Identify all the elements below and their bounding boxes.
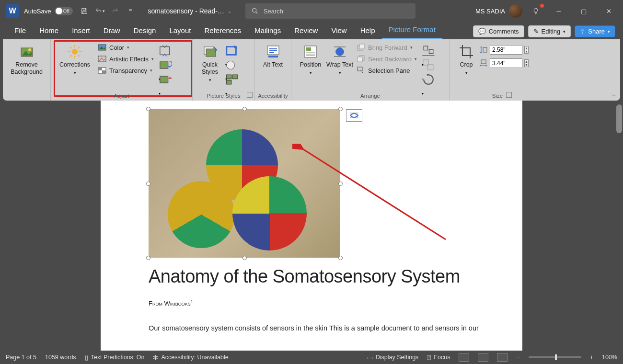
bring-forward-button[interactable]: Bring Forward▾: [357, 43, 417, 52]
tab-file[interactable]: File: [8, 23, 33, 39]
lightbulb-icon[interactable]: [530, 5, 542, 17]
tab-references[interactable]: References: [197, 23, 248, 39]
height-input[interactable]: [490, 45, 522, 55]
svg-rect-46: [358, 67, 362, 71]
save-icon[interactable]: [78, 5, 91, 17]
svg-rect-18: [102, 70, 106, 73]
comments-button[interactable]: 💬 Comments: [473, 25, 524, 37]
height-field[interactable]: ▲▼: [479, 45, 529, 55]
resize-handle[interactable]: [242, 107, 247, 111]
document-stage: Anatomy of the Somatosensory System From…: [0, 101, 623, 351]
tab-home[interactable]: Home: [33, 23, 65, 39]
undo-icon[interactable]: ▾: [93, 5, 106, 17]
maximize-button[interactable]: ▢: [574, 4, 593, 18]
word-count[interactable]: 1059 words: [45, 354, 76, 361]
tab-view[interactable]: View: [324, 23, 353, 39]
text-predictions-status[interactable]: ▯ Text Predictions: On: [85, 354, 145, 361]
zoom-in-button[interactable]: +: [590, 354, 593, 361]
alt-text-button[interactable]: Alt Text: [259, 41, 287, 68]
width-input[interactable]: [490, 58, 522, 68]
selection-pane-button[interactable]: Selection Pane: [357, 66, 417, 75]
resize-handle[interactable]: [146, 107, 150, 111]
document-body-text: Our somatosensory system consists of sen…: [149, 323, 499, 334]
read-mode-icon[interactable]: [459, 353, 469, 362]
minimize-button[interactable]: ─: [549, 4, 568, 18]
rotate-icon[interactable]: ▾: [422, 73, 435, 83]
tab-review[interactable]: Review: [288, 23, 324, 39]
qat-more-icon[interactable]: ⁼: [124, 5, 137, 17]
print-layout-icon[interactable]: [478, 353, 488, 362]
crop-button[interactable]: Crop▾: [453, 41, 479, 76]
picture-layout-icon[interactable]: ▾: [225, 73, 239, 83]
autosave-toggle[interactable]: AutoSave Off: [24, 7, 73, 15]
change-picture-icon[interactable]: ▾: [159, 58, 172, 69]
remove-background-button[interactable]: Remove Background: [7, 41, 46, 76]
title-bar: W AutoSave Off ▾ ⁼ somatosensory - Read-…: [0, 0, 623, 22]
corrections-button[interactable]: Corrections▾: [55, 41, 95, 76]
share-button[interactable]: ⇪ Share ▾: [575, 25, 615, 37]
display-settings[interactable]: ▭ Display Settings: [367, 354, 419, 361]
size-launcher[interactable]: [506, 92, 512, 98]
tab-help[interactable]: Help: [354, 23, 382, 39]
resize-handle[interactable]: [338, 256, 343, 260]
color-button[interactable]: Color▾: [98, 43, 154, 52]
svg-rect-34: [268, 56, 278, 57]
color-icon: [98, 43, 106, 52]
resize-handle[interactable]: [242, 256, 247, 260]
alt-text-icon: [265, 44, 281, 59]
picture-styles-launcher[interactable]: [247, 92, 253, 98]
wrap-text-button[interactable]: Wrap Text▾: [326, 41, 354, 76]
search-input[interactable]: Search: [245, 3, 415, 19]
quick-styles-button[interactable]: Quick Styles▾: [196, 41, 223, 83]
width-spinner[interactable]: ▲▼: [524, 59, 529, 67]
page-indicator[interactable]: Page 1 of 5: [6, 354, 36, 361]
tab-mailings[interactable]: Mailings: [248, 23, 288, 39]
tab-picture-format[interactable]: Picture Format: [382, 22, 442, 39]
resize-handle[interactable]: [338, 107, 343, 111]
compress-pictures-icon[interactable]: [159, 44, 172, 55]
position-button[interactable]: Position▾: [295, 41, 326, 76]
transparency-icon: [98, 66, 106, 75]
redo-icon[interactable]: [109, 5, 121, 17]
zoom-slider[interactable]: [529, 356, 581, 358]
tab-draw[interactable]: Draw: [97, 23, 127, 39]
focus-mode[interactable]: ⍰ Focus: [427, 354, 450, 361]
tab-insert[interactable]: Insert: [65, 23, 97, 39]
picture-styles-group-label: Picture Styles: [193, 93, 254, 99]
transparency-button[interactable]: Transparency▾: [98, 66, 154, 75]
accessibility-status[interactable]: ✻ Accessibility: Unavailable: [153, 354, 228, 361]
sun-icon: [67, 44, 82, 59]
status-bar: Page 1 of 5 1059 words ▯ Text Prediction…: [0, 351, 623, 364]
editing-mode-button[interactable]: ✎ Editing ▾: [528, 25, 571, 37]
resize-handle[interactable]: [146, 256, 150, 260]
picture-effects-icon[interactable]: ▾: [225, 58, 239, 69]
tab-layout[interactable]: Layout: [162, 23, 197, 39]
group-icon[interactable]: ▾: [422, 58, 435, 69]
zoom-level[interactable]: 100%: [602, 354, 617, 361]
svg-rect-36: [306, 47, 311, 51]
send-backward-button[interactable]: Send Backward▾: [357, 55, 417, 63]
svg-rect-29: [227, 80, 231, 84]
accessibility-group-label: Accessibility: [255, 93, 291, 99]
height-icon: [479, 46, 488, 54]
toggle-switch[interactable]: Off: [55, 7, 73, 15]
zoom-out-button[interactable]: −: [516, 354, 519, 361]
layout-options-icon[interactable]: [346, 109, 362, 122]
align-icon[interactable]: ▾: [422, 44, 435, 55]
reset-picture-icon[interactable]: ▾: [159, 73, 172, 83]
web-layout-icon[interactable]: [497, 353, 508, 362]
resize-handle[interactable]: [146, 182, 150, 186]
user-account[interactable]: MS SADIA: [475, 4, 522, 18]
height-spinner[interactable]: ▲▼: [524, 46, 529, 54]
svg-rect-48: [429, 49, 433, 53]
title-dropdown-icon[interactable]: ⌵: [228, 9, 231, 14]
artistic-effects-button[interactable]: Artistic Effects▾: [98, 55, 154, 63]
svg-rect-20: [160, 62, 168, 68]
vertical-scrollbar[interactable]: [616, 104, 622, 133]
close-button[interactable]: ✕: [599, 4, 618, 18]
tab-design[interactable]: Design: [127, 23, 163, 39]
svg-rect-47: [424, 46, 427, 50]
collapse-ribbon-icon[interactable]: ⌵: [612, 91, 615, 98]
width-field[interactable]: ▲▼: [479, 58, 529, 68]
picture-border-icon[interactable]: ▾: [225, 44, 239, 55]
